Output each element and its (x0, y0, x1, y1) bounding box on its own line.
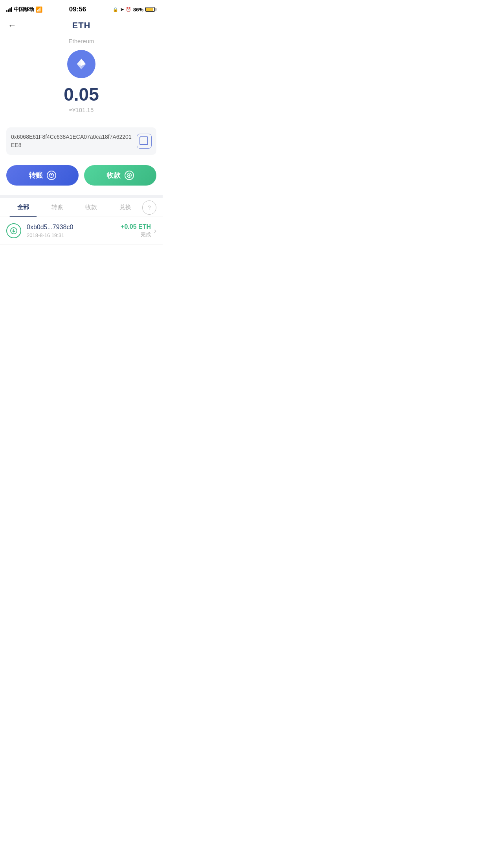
receive-label: 收款 (106, 171, 121, 180)
tx-amount-section: +0.05 ETH 完成 (121, 223, 151, 238)
help-button[interactable]: ? (142, 200, 156, 215)
tx-type-icon (6, 223, 21, 238)
status-bar: 中国移动 📶 09:56 🔒 ➤ ⏰ 86% (0, 0, 163, 17)
page-header: ← ETH (0, 17, 163, 34)
status-left: 中国移动 📶 (6, 6, 42, 13)
coin-balance: 0.05 (64, 85, 99, 103)
tx-status: 完成 (121, 231, 151, 238)
transfer-label: 转账 (29, 171, 43, 180)
transfer-button[interactable]: 转账 (6, 165, 79, 186)
transfer-icon (47, 171, 56, 180)
coin-name: Ethereum (68, 38, 94, 44)
address-section: 0x6068E61F8f4Cc638A1ECA07a0ca18f7A62201E… (6, 127, 156, 155)
copy-address-button[interactable] (137, 134, 152, 149)
coin-logo (67, 50, 95, 78)
tx-address: 0xb0d5...7938c0 (27, 224, 121, 231)
lock-icon: 🔒 (113, 7, 118, 12)
back-button[interactable]: ← (8, 20, 17, 31)
coin-section: Ethereum 0.05 ≈¥101.15 (0, 34, 163, 121)
signal-icon (6, 7, 12, 12)
tab-all[interactable]: 全部 (6, 198, 40, 217)
tab-bar: 全部 转账 收款 兑换 ? (0, 198, 163, 217)
tab-transfer[interactable]: 转账 (40, 198, 75, 217)
page-title: ETH (72, 20, 91, 31)
tx-amount: +0.05 ETH (121, 223, 151, 230)
tx-info: 0xb0d5...7938c0 2018-8-16 19:31 (27, 224, 121, 238)
battery-percentage: 86% (133, 7, 143, 13)
transaction-list: 0xb0d5...7938c0 2018-8-16 19:31 +0.05 ET… (0, 217, 163, 245)
chevron-right-icon: › (154, 227, 156, 235)
copy-icon (141, 138, 148, 145)
wifi-icon: 📶 (36, 6, 42, 13)
alarm-icon: ⏰ (126, 7, 131, 12)
location-icon: ➤ (120, 7, 124, 12)
receive-icon (125, 171, 134, 180)
carrier-label: 中国移动 (14, 6, 34, 13)
table-row[interactable]: 0xb0d5...7938c0 2018-8-16 19:31 +0.05 ET… (0, 217, 163, 245)
tab-receive[interactable]: 收款 (74, 198, 108, 217)
section-divider (0, 195, 163, 198)
time-label: 09:56 (69, 6, 86, 13)
action-buttons: 转账 收款 (0, 161, 163, 195)
tx-date: 2018-8-16 19:31 (27, 232, 121, 238)
receive-button[interactable]: 收款 (84, 165, 156, 186)
status-right: 🔒 ➤ ⏰ 86% (113, 7, 156, 13)
battery-icon (145, 7, 156, 12)
wallet-address: 0x6068E61F8f4Cc638A1ECA07a0ca18f7A62201E… (11, 133, 133, 149)
coin-fiat-value: ≈¥101.15 (69, 107, 94, 113)
tab-exchange[interactable]: 兑换 (108, 198, 143, 217)
